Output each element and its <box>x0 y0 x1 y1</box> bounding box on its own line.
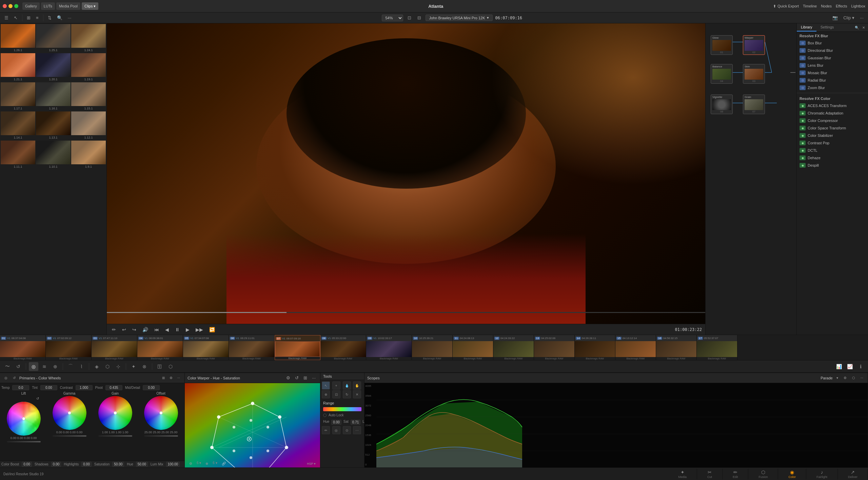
tab-library[interactable]: Library <box>797 23 816 32</box>
more-icon[interactable]: ··· <box>176 375 182 380</box>
range-bar[interactable] <box>323 407 361 411</box>
primaries-tool[interactable]: ◎ <box>29 362 38 371</box>
fx-item-dctl[interactable]: ◉ DCTL <box>797 147 868 154</box>
list-item[interactable]: 1.13.1 <box>36 111 71 140</box>
fx-item-mosaic-blur[interactable]: ⊡ Mosaic Blur <box>797 69 868 77</box>
node-glow[interactable]: Glow 01 <box>711 35 733 55</box>
move-tool[interactable]: ⊕ <box>322 390 330 398</box>
magic-mask-tool[interactable]: ✦ <box>129 362 138 371</box>
color-warper-tool[interactable]: ⬡ <box>166 362 175 371</box>
camera-icon[interactable]: 📷 <box>831 15 840 21</box>
fx-item-compressor[interactable]: ◉ Color Compressor <box>797 117 868 124</box>
scope-expand[interactable]: ⬡ <box>850 375 857 380</box>
list-item[interactable]: 1.12.1 <box>71 111 106 140</box>
scopes-view[interactable]: 📊 <box>834 362 844 371</box>
timeline-clip-13[interactable]: 13 04:25:02:06 Blackmagic RAW <box>534 335 575 360</box>
timeline-clip-15[interactable]: 15 04:13:12:14 Blackmagic RAW <box>615 335 656 360</box>
warper-content[interactable]: ⚙ 6 ▾ ⊕ 6 ▾ 🔗 HSP ▾ <box>185 383 320 467</box>
timeline-clip-06[interactable]: 06 V1 06:29:11:01 Blackmagic RAW <box>229 335 275 360</box>
warper-ctrl-1[interactable]: ⚙ <box>188 461 194 466</box>
timeline-clip-16[interactable]: 16 04:56:32:15 Blackmagic RAW <box>656 335 697 360</box>
offset-canvas[interactable] <box>144 396 178 430</box>
node-vignette[interactable]: Vignette 06 <box>711 95 733 114</box>
timeline-clip-11[interactable]: 11 04:24:08:13 Blackmagic RAW <box>453 335 493 360</box>
offset-tool[interactable]: ⊕ <box>51 362 60 371</box>
video-scopes-btn[interactable]: 📈 <box>845 362 854 371</box>
playhead-track[interactable] <box>107 312 705 313</box>
timeline-clip-01[interactable]: 01 V1 06:37:04:08 Blackmagic RAW <box>0 335 46 360</box>
stop-button[interactable]: ⏸ <box>173 326 181 333</box>
settings-icon[interactable]: ⚙ <box>168 375 174 380</box>
pointer-icon[interactable]: ↖ <box>12 15 19 21</box>
nav-media[interactable]: ✦ Media <box>668 469 697 479</box>
delete-tool[interactable]: ✕ <box>353 390 361 398</box>
tool-extra-4[interactable]: ⋯ <box>353 426 361 434</box>
scope-settings[interactable]: ⚙ <box>842 375 848 380</box>
node-graph[interactable]: Glow 01 Warper 02 Balance 04 Skin 03 <box>706 23 796 335</box>
fx-item-gaussian-blur[interactable]: ⊡ Gaussian Blur <box>797 54 868 62</box>
fx-item-zoom-blur[interactable]: ⊡ Zoom Blur <box>797 84 868 91</box>
tab-settings[interactable]: Settings <box>816 23 838 32</box>
prev-frame-button[interactable]: ◀ <box>163 326 171 333</box>
nav-deliver[interactable]: ↗ Deliver <box>838 469 868 479</box>
lift-reset[interactable]: ↺ <box>35 396 41 401</box>
list-item[interactable]: 1.9.1 <box>71 141 106 169</box>
eyedropper-tool[interactable]: 💧 <box>343 381 351 390</box>
nav-color[interactable]: ◉ Color <box>778 469 806 479</box>
auto-lock-radio[interactable] <box>323 414 327 417</box>
timeline-clip-12[interactable]: 12 04:24:33:22 Blackmagic RAW <box>493 335 534 360</box>
aspect-icon[interactable]: ⊟ <box>416 15 423 21</box>
qualifer-tool[interactable]: ◈ <box>92 362 101 371</box>
gamma-slider[interactable] <box>53 435 86 437</box>
playhead[interactable] <box>107 312 287 313</box>
gallery-nav[interactable]: Gallery <box>22 2 40 10</box>
timeline-clip-05[interactable]: 05 V1 07:34:07:08 Blackmagic RAW <box>183 335 229 360</box>
grid-view-icon[interactable]: ⊞ <box>25 15 32 21</box>
scope-mode-select[interactable]: ▾ <box>835 375 840 380</box>
luts-nav[interactable]: LUTs <box>41 2 55 10</box>
timeline-clip-17[interactable]: 17 05:52:37:07 Blackmagic RAW <box>697 335 737 360</box>
loop-button[interactable]: 🔁 <box>208 326 217 333</box>
blur-tool[interactable]: ⊗ <box>140 362 149 371</box>
tint-input[interactable] <box>40 385 57 390</box>
nav-fairlight[interactable]: ♪ Fairlight <box>806 469 838 479</box>
more-icon[interactable]: ··· <box>858 15 865 21</box>
list-item[interactable]: 1.19.1 <box>71 53 106 82</box>
skip-start-button[interactable]: ⏮ <box>153 326 161 333</box>
color-curves-tool[interactable]: ⌒ <box>66 362 75 371</box>
fx-item-dehaze[interactable]: ◉ Dehaze <box>797 154 868 162</box>
audio-icon[interactable]: 🔊 <box>141 326 150 333</box>
rotate-tool[interactable]: ↻ <box>343 390 351 398</box>
list-item[interactable]: 1.26.1 <box>1 24 35 53</box>
warper-reset-icon[interactable]: ↺ <box>293 375 300 381</box>
warper-ctrl-2[interactable]: ⊕ <box>204 461 210 466</box>
grid-icon[interactable]: ⊞ <box>160 375 166 380</box>
list-item[interactable]: 1.15.1 <box>71 82 106 111</box>
list-item[interactable]: 1.17.1 <box>1 82 35 111</box>
lift-canvas[interactable] <box>7 402 41 436</box>
gain-canvas[interactable] <box>98 396 132 430</box>
effects-button[interactable]: Effects <box>836 4 847 8</box>
pivot-input[interactable] <box>105 385 122 390</box>
more-options-icon[interactable]: ··· <box>66 15 73 21</box>
node-skin[interactable]: Skin 03 <box>743 64 765 84</box>
fx-item-lens-blur[interactable]: ⊡ Lens Blur <box>797 62 868 69</box>
play-button[interactable]: ▶ <box>184 326 191 333</box>
list-item[interactable]: 1.14.1 <box>1 111 35 140</box>
gamma-canvas[interactable] <box>53 396 86 430</box>
menu-icon[interactable]: ☰ <box>3 15 10 21</box>
fit-icon[interactable]: ⊡ <box>406 15 413 21</box>
list-item[interactable]: 1.21.1 <box>1 53 35 82</box>
nav-cut[interactable]: ✂ Cut <box>697 469 723 479</box>
select-tool[interactable]: ↖ <box>322 381 330 390</box>
timeline-clip-08[interactable]: 08 V1 05:33:22:00 Blackmagic RAW <box>320 335 366 360</box>
nav-edit[interactable]: ✏ Edit <box>723 469 749 479</box>
temp-input[interactable] <box>12 385 29 390</box>
key-tool[interactable]: ⚿ <box>155 362 164 371</box>
lightbox-button[interactable]: Lightbox <box>851 4 865 8</box>
fx-item-chromatic[interactable]: ◉ Chromatic Adaptation <box>797 109 868 117</box>
sort-icon[interactable]: ⇅ <box>46 15 53 21</box>
close-icon[interactable]: ✕ <box>861 26 866 29</box>
fx-item-space-transform[interactable]: ◉ Color Space Transform <box>797 124 868 132</box>
info-btn[interactable]: ℹ <box>856 362 865 371</box>
